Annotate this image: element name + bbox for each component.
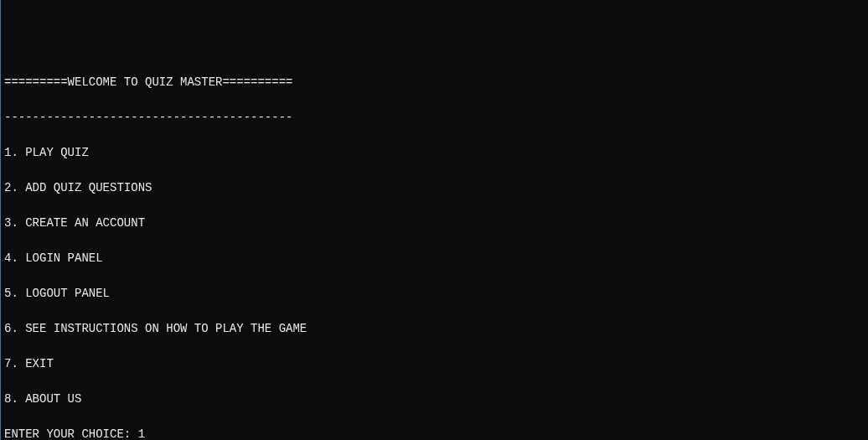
- menu-item-about: 8. ABOUT US: [4, 391, 865, 408]
- menu-item-instructions: 6. SEE INSTRUCTIONS ON HOW TO PLAY THE G…: [4, 320, 865, 338]
- choice-prompt-line[interactable]: ENTER YOUR CHOICE: 1: [4, 426, 865, 440]
- separator: ----------------------------------------…: [4, 109, 865, 127]
- choice-input-value: 1: [138, 427, 145, 440]
- menu-item-exit: 7. EXIT: [4, 355, 865, 373]
- menu-item-add: 2. ADD QUIZ QUESTIONS: [4, 179, 865, 197]
- menu-item-create: 3. CREATE AN ACCOUNT: [4, 215, 865, 232]
- menu-item-play: 1. PLAY QUIZ: [4, 144, 865, 162]
- menu-item-logout: 5. LOGOUT PANEL: [4, 285, 865, 303]
- choice-prompt-label: ENTER YOUR CHOICE:: [4, 427, 138, 440]
- menu-item-login: 4. LOGIN PANEL: [4, 250, 865, 267]
- welcome-banner: =========WELCOME TO QUIZ MASTER=========…: [4, 74, 865, 91]
